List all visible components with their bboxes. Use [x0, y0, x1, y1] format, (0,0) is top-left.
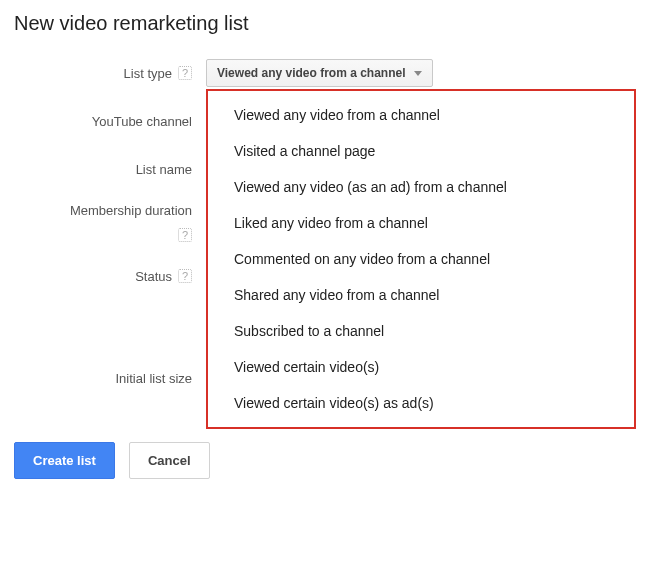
label-list-type: List type ?	[10, 59, 206, 87]
field-list-type: Viewed any video from a channel Viewed a…	[206, 59, 640, 87]
label-status-text: Status	[135, 269, 172, 284]
dropdown-option[interactable]: Viewed certain video(s)	[208, 349, 634, 385]
label-initial-list-size: Initial list size	[10, 364, 206, 392]
label-membership-duration-text: Membership duration	[70, 203, 192, 218]
label-list-name: List name	[10, 155, 206, 183]
page-title: New video remarketing list	[10, 12, 640, 35]
list-type-dropdown[interactable]: Viewed any video from a channel	[206, 59, 433, 87]
dropdown-selected-text: Viewed any video from a channel	[217, 66, 406, 80]
row-list-type: List type ? Viewed any video from a chan…	[10, 59, 640, 87]
dropdown-option[interactable]: Viewed any video (as an ad) from a chann…	[208, 169, 634, 205]
dropdown-option[interactable]: Viewed any video from a channel	[208, 97, 634, 133]
label-membership-duration: Membership duration ?	[10, 203, 206, 242]
chevron-down-icon	[414, 71, 422, 76]
button-row: Create list Cancel	[10, 442, 640, 479]
label-initial-list-size-text: Initial list size	[115, 371, 192, 386]
list-type-dropdown-menu: Viewed any video from a channel Visited …	[206, 89, 636, 429]
create-list-button[interactable]: Create list	[14, 442, 115, 479]
dropdown-option[interactable]: Visited a channel page	[208, 133, 634, 169]
label-status: Status ?	[10, 262, 206, 290]
dropdown-option[interactable]: Commented on any video from a channel	[208, 241, 634, 277]
label-youtube-channel-text: YouTube channel	[92, 114, 192, 129]
label-youtube-channel: YouTube channel	[10, 107, 206, 135]
dropdown-option[interactable]: Viewed certain video(s) as ad(s)	[208, 385, 634, 421]
label-list-name-text: List name	[136, 162, 192, 177]
dropdown-option[interactable]: Shared any video from a channel	[208, 277, 634, 313]
form-container: List type ? Viewed any video from a chan…	[10, 59, 640, 414]
help-icon[interactable]: ?	[178, 66, 192, 80]
label-list-type-text: List type	[124, 66, 172, 81]
help-icon[interactable]: ?	[178, 228, 192, 242]
cancel-button[interactable]: Cancel	[129, 442, 210, 479]
dropdown-option[interactable]: Liked any video from a channel	[208, 205, 634, 241]
dropdown-option[interactable]: Subscribed to a channel	[208, 313, 634, 349]
help-icon[interactable]: ?	[178, 269, 192, 283]
